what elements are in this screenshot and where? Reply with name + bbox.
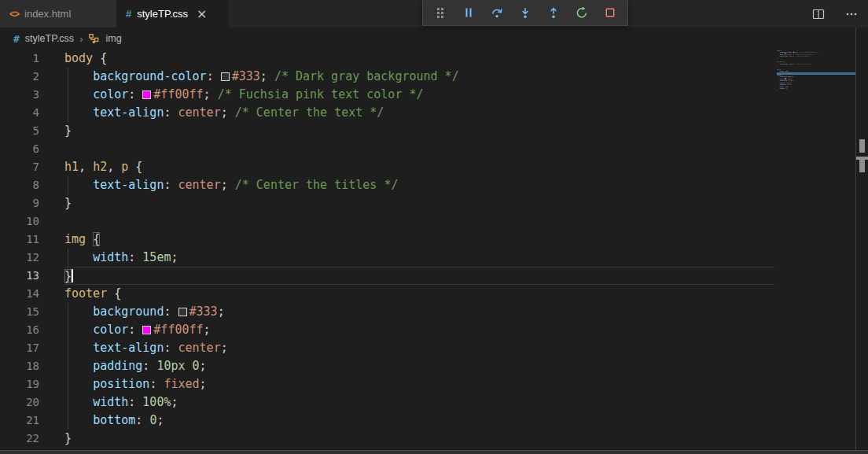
code-line[interactable]: 6 [0, 140, 774, 158]
chevron-right-icon: › [79, 33, 83, 45]
tab-styletp-css[interactable]: # styleTP.css × [116, 0, 228, 28]
code-line[interactable]: 21 bottom: 0; [0, 412, 774, 430]
text-cursor [72, 269, 73, 282]
close-tab-icon[interactable]: × [197, 8, 207, 20]
tab-label: styleTP.css [137, 8, 188, 20]
code-line[interactable]: 12 width: 15em; [0, 249, 774, 267]
breadcrumb-symbol[interactable]: img [105, 33, 121, 44]
code-line[interactable]: 18 padding: 10px 0; [0, 357, 774, 375]
code-line[interactable]: 17 text-align: center; [0, 339, 774, 357]
more-actions-ellipsis-icon[interactable] [843, 6, 860, 23]
line-number[interactable]: 18 [0, 357, 39, 375]
panel-top-edge [0, 450, 868, 454]
code-line[interactable]: 1body { [0, 50, 774, 68]
line-number[interactable]: 4 [0, 104, 39, 122]
code-line[interactable]: 14footer { [0, 285, 774, 303]
line-number[interactable]: 17 [0, 339, 39, 357]
code-line[interactable]: 22} [0, 430, 774, 448]
restart-button[interactable] [572, 2, 592, 23]
css-file-icon: # [13, 33, 20, 45]
code-line[interactable]: 19 position: fixed; [0, 375, 774, 393]
tab-label: index.html [24, 8, 71, 20]
code-editor[interactable]: 1body {2 background-color: #333; /* Dark… [0, 50, 774, 448]
code-line[interactable]: 8 text-align: center; /* Center the titl… [0, 176, 774, 194]
line-number[interactable]: 21 [0, 412, 39, 430]
code-line[interactable]: 11img { [0, 231, 774, 249]
line-number[interactable]: 5 [0, 122, 39, 140]
line-number[interactable]: 1 [0, 50, 39, 68]
line-number[interactable]: 20 [0, 393, 39, 412]
breadcrumb-file[interactable]: styleTP.css [25, 33, 74, 44]
tab-index-html[interactable]: <> index.html [0, 0, 116, 28]
split-editor-icon[interactable] [810, 6, 827, 23]
step-out-button[interactable] [543, 2, 564, 23]
code-line[interactable]: 7h1, h2, p { [0, 158, 774, 176]
minimap[interactable]: body { background-color: #333; /* Dark g… [777, 50, 855, 152]
overview-ruler-marker [859, 160, 865, 172]
line-number[interactable]: 9 [0, 194, 39, 212]
line-number[interactable]: 11 [0, 231, 39, 249]
code-line[interactable]: 3 color: #ff00ff; /* Fuchsia pink text c… [0, 86, 774, 104]
editor-actions [810, 0, 860, 28]
minimap-current-line-highlight [777, 72, 855, 75]
css-file-icon: # [126, 8, 131, 20]
line-number[interactable]: 12 [0, 249, 39, 267]
line-number[interactable]: 15 [0, 303, 39, 321]
code-line[interactable]: 9} [0, 194, 774, 212]
code-line[interactable]: 2 background-color: #333; /* Dark gray b… [0, 68, 774, 86]
debug-toolbar [422, 0, 628, 26]
html-file-icon: <> [9, 9, 19, 20]
code-line[interactable]: 10 [0, 212, 774, 231]
pause-button[interactable] [458, 2, 479, 23]
code-line[interactable]: 15 background: #333; [0, 303, 774, 321]
overview-ruler-marker [859, 139, 865, 153]
stop-button[interactable] [600, 2, 620, 23]
line-number[interactable]: 22 [0, 430, 39, 448]
line-number[interactable]: 7 [0, 158, 39, 176]
code-line[interactable]: 16 color: #ff00ff; [0, 321, 774, 339]
line-number[interactable]: 2 [0, 68, 39, 86]
line-number[interactable]: 16 [0, 321, 39, 339]
step-over-button[interactable] [487, 2, 507, 23]
line-number[interactable]: 6 [0, 140, 39, 158]
code-line[interactable]: 4 text-align: center; /* Center the text… [0, 104, 774, 122]
drag-handle-icon[interactable] [430, 2, 451, 23]
line-number[interactable]: 14 [0, 285, 39, 303]
breadcrumb: # styleTP.css › img [0, 28, 868, 50]
line-number[interactable]: 8 [0, 176, 39, 194]
step-into-button[interactable] [515, 2, 535, 23]
line-number[interactable]: 3 [0, 86, 39, 104]
overview-ruler-border [855, 28, 856, 454]
code-line[interactable]: 13} [0, 267, 774, 285]
line-number[interactable]: 10 [0, 212, 39, 231]
css-rule-symbol-icon [88, 33, 100, 45]
line-number[interactable]: 13 [0, 267, 39, 285]
code-line[interactable]: 5} [0, 122, 774, 140]
code-line[interactable]: 20 width: 100%; [0, 393, 774, 412]
line-number[interactable]: 19 [0, 375, 39, 393]
